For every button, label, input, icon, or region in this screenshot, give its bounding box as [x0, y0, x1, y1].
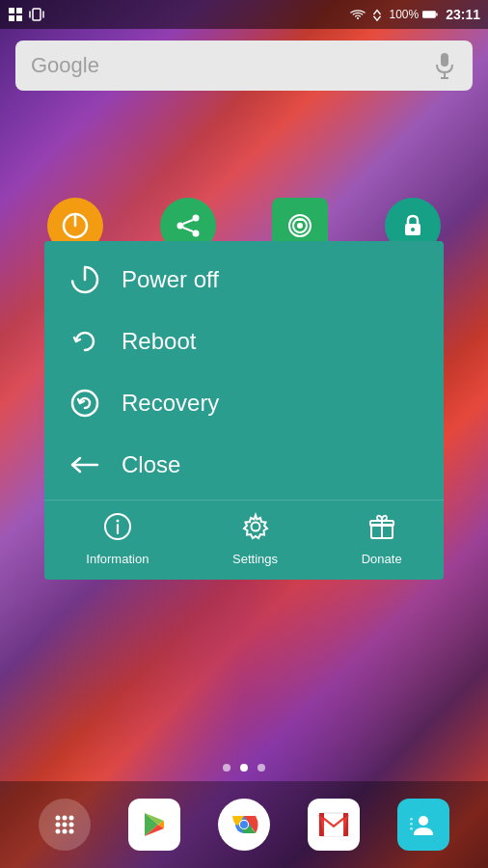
- svg-point-57: [419, 816, 428, 826]
- bottom-dock: [0, 781, 488, 868]
- svg-rect-0: [9, 8, 14, 14]
- close-item[interactable]: Close: [44, 434, 444, 496]
- svg-point-39: [68, 816, 73, 821]
- svg-point-20: [297, 223, 303, 229]
- status-right-icons: 100% 23:11: [350, 7, 480, 22]
- svg-rect-9: [436, 13, 437, 16]
- gmail-icon[interactable]: [308, 799, 360, 851]
- svg-point-45: [68, 829, 73, 834]
- svg-rect-3: [16, 15, 22, 21]
- svg-point-15: [192, 215, 199, 222]
- info-icon: [103, 512, 132, 548]
- settings-button[interactable]: Settings: [232, 512, 278, 566]
- page-dot-2: [240, 764, 248, 772]
- play-store-icon[interactable]: [128, 799, 180, 851]
- svg-point-17: [192, 231, 199, 237]
- svg-rect-60: [410, 827, 413, 830]
- recovery-label: Recovery: [122, 390, 219, 417]
- wifi-status-icon: [350, 7, 366, 22]
- svg-point-37: [55, 816, 60, 821]
- recovery-icon: [68, 386, 102, 420]
- gift-icon: [367, 512, 396, 548]
- svg-point-38: [62, 816, 67, 821]
- vibrate-status-icon: [29, 7, 44, 22]
- data-signal-icon: [369, 7, 385, 22]
- svg-point-7: [358, 17, 360, 19]
- status-bar: 100% 23:11: [0, 0, 488, 29]
- status-time: 23:11: [446, 7, 480, 22]
- reboot-item[interactable]: Reboot: [44, 311, 444, 372]
- power-off-item[interactable]: Power off: [44, 249, 444, 311]
- close-label: Close: [122, 451, 180, 478]
- power-menu: Power off Reboot Recovery: [44, 241, 444, 580]
- svg-point-16: [176, 223, 183, 230]
- svg-point-28: [72, 391, 97, 416]
- google-logo: Google: [31, 53, 99, 78]
- mic-icon[interactable]: [432, 53, 457, 78]
- svg-rect-2: [9, 15, 14, 21]
- svg-rect-10: [441, 53, 448, 67]
- page-dot-3: [258, 764, 265, 772]
- svg-line-18: [183, 220, 193, 224]
- svg-point-25: [411, 228, 415, 231]
- svg-line-19: [183, 228, 193, 231]
- battery-percent: 100%: [389, 8, 419, 21]
- search-bar[interactable]: Google: [15, 41, 473, 91]
- svg-point-44: [62, 829, 67, 834]
- svg-rect-58: [410, 818, 413, 821]
- svg-point-33: [251, 523, 259, 531]
- svg-point-53: [240, 821, 248, 828]
- grid-status-icon: [8, 7, 23, 22]
- contacts-icon[interactable]: [397, 799, 449, 851]
- donate-button[interactable]: Donate: [362, 512, 402, 566]
- recovery-item[interactable]: Recovery: [44, 372, 444, 434]
- power-off-label: Power off: [122, 266, 219, 293]
- settings-label: Settings: [232, 552, 278, 566]
- svg-rect-1: [16, 8, 22, 14]
- svg-point-42: [68, 823, 73, 827]
- svg-point-31: [116, 520, 119, 523]
- svg-rect-8: [422, 11, 436, 17]
- page-dot-1: [223, 764, 230, 772]
- svg-rect-4: [33, 9, 41, 20]
- donate-label: Donate: [362, 552, 402, 566]
- apps-grid-button[interactable]: [39, 799, 91, 851]
- svg-point-41: [62, 823, 67, 827]
- power-off-icon: [68, 262, 102, 297]
- gear-icon: [241, 512, 270, 548]
- information-button[interactable]: Information: [86, 512, 149, 566]
- menu-bottom-bar: Information Settings Dona: [44, 500, 444, 580]
- battery-status-icon: [422, 7, 438, 22]
- close-arrow-icon: [68, 448, 102, 482]
- svg-rect-59: [410, 823, 413, 826]
- status-left-icons: [8, 7, 44, 22]
- information-label: Information: [86, 552, 149, 566]
- page-indicator: [0, 764, 488, 772]
- svg-point-43: [55, 829, 60, 834]
- svg-point-40: [55, 823, 60, 827]
- reboot-icon: [68, 324, 102, 359]
- chrome-icon[interactable]: [218, 799, 270, 851]
- reboot-label: Reboot: [122, 328, 196, 355]
